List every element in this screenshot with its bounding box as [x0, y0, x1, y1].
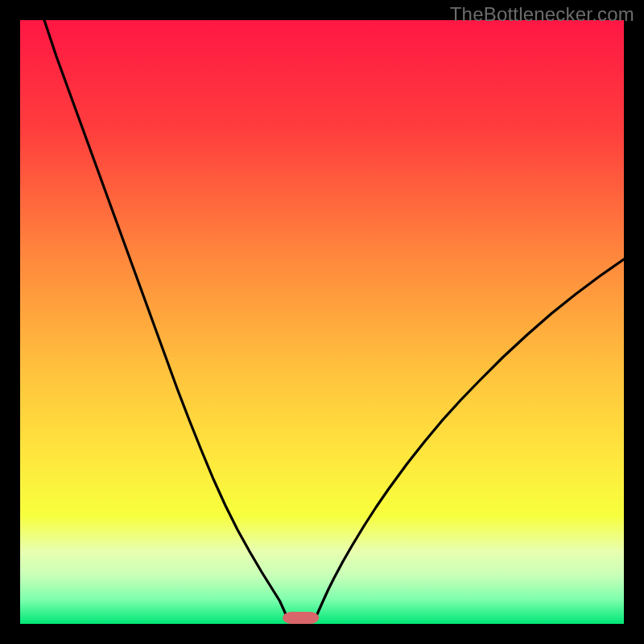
watermark-text: TheBottlenecker.com [450, 3, 634, 26]
chart-svg [20, 20, 624, 624]
optimal-marker [283, 612, 319, 624]
plot-area [20, 20, 624, 624]
gradient-background [20, 20, 624, 624]
optimal-marker-rect [283, 612, 319, 624]
chart-frame: TheBottlenecker.com [0, 0, 644, 644]
